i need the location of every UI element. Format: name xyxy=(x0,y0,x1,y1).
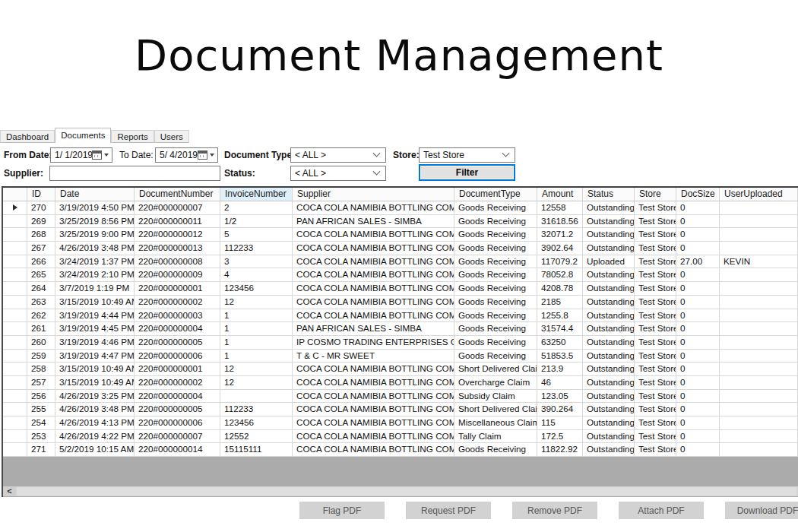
table-cell: 4/26/2019 3:25 PM xyxy=(55,390,135,403)
column-header-useruploaded[interactable]: UserUploaded xyxy=(720,188,798,201)
table-row[interactable]: 2583/15/2019 10:49 AM220#00000000112COCA… xyxy=(3,363,798,376)
table-cell: COCA COLA NAMIBIA BOTTLING COMPANY xyxy=(293,268,454,281)
table-row[interactable]: 2603/19/2019 4:46 PM220#0000000051IP COS… xyxy=(3,336,798,350)
table-row[interactable]: 2534/26/2019 4:22 PM220#00000000712552CO… xyxy=(3,430,798,444)
store-label: Store: xyxy=(393,150,420,160)
table-row[interactable]: 2703/19/2019 4:50 PM220#0000000072COCA C… xyxy=(3,201,798,215)
column-header-invoicenumber[interactable]: InvoiceNumber xyxy=(220,188,293,201)
table-cell: 264 xyxy=(27,282,55,295)
current-row-arrow-icon xyxy=(13,204,17,211)
table-cell: 3 xyxy=(220,255,293,268)
scrollbar-thumb[interactable] xyxy=(17,487,796,496)
table-cell: 46 xyxy=(537,376,583,389)
table-cell: 268 xyxy=(27,228,55,241)
table-row[interactable]: 2573/15/2019 10:49 AM220#00000000212COCA… xyxy=(3,376,798,390)
status-select[interactable]: < ALL > xyxy=(290,166,386,181)
table-cell: Outstanding xyxy=(583,376,635,389)
column-header-id[interactable]: ID xyxy=(27,188,55,201)
remove-pdf-button[interactable]: Remove PDF xyxy=(512,502,597,519)
table-cell: 220#000000011 xyxy=(135,215,220,228)
table-cell: 220#000000008 xyxy=(135,255,220,268)
table-cell: COCA COLA NAMIBIA BOTTLING COMPANY xyxy=(293,255,454,268)
table-cell: 3/25/2019 9:00 PM xyxy=(55,228,135,241)
table-cell: Goods Receiving xyxy=(454,282,537,295)
attach-pdf-button[interactable]: Attach PDF xyxy=(619,502,704,519)
column-header-documentnumber[interactable]: DocumentNumber xyxy=(135,188,220,201)
table-row[interactable]: 2674/26/2019 3:48 PM220#000000013112233C… xyxy=(3,242,798,255)
table-cell: 11822.92 xyxy=(537,443,583,456)
table-cell: 63250 xyxy=(537,336,583,349)
table-row[interactable]: 2715/2/2019 10:15 AM220#0000000141511511… xyxy=(3,443,798,457)
table-cell: Outstanding xyxy=(583,322,635,335)
calendar-dropdown-icon[interactable] xyxy=(92,150,112,160)
table-cell: Outstanding xyxy=(583,416,635,429)
table-row[interactable]: 2693/25/2019 8:56 PM220#0000000111/2PAN … xyxy=(3,215,798,229)
table-cell: 3/15/2019 10:49 AM xyxy=(55,363,135,375)
tab-dashboard[interactable]: Dashboard xyxy=(0,130,55,143)
supplier-input[interactable] xyxy=(49,166,220,181)
column-header-documenttype[interactable]: DocumentType xyxy=(454,188,537,201)
tab-documents[interactable]: Documents xyxy=(55,128,111,143)
table-row[interactable]: 2613/19/2019 4:45 PM220#0000000041PAN AF… xyxy=(3,322,798,336)
flag-pdf-button[interactable]: Flag PDF xyxy=(299,502,385,519)
table-row[interactable]: 2643/7/2019 1:19 PM220#000000001123456CO… xyxy=(3,282,798,296)
table-cell: Miscellaneous Claim xyxy=(454,416,537,429)
table-cell: Tally Claim xyxy=(454,430,537,443)
supplier-label: Supplier: xyxy=(4,168,43,179)
row-selector-cell xyxy=(3,363,27,375)
table-cell: 220#000000005 xyxy=(135,403,220,416)
table-row[interactable]: 2683/25/2019 9:00 PM220#0000000125COCA C… xyxy=(3,228,798,242)
grid-body: 2703/19/2019 4:50 PM220#0000000072COCA C… xyxy=(3,201,798,457)
document-type-select[interactable]: < ALL > xyxy=(290,147,386,163)
column-header-store[interactable]: Store xyxy=(635,188,676,201)
table-cell: Goods Receiving xyxy=(454,443,537,456)
from-date-label: From Date: xyxy=(4,150,52,160)
table-cell: Goods Receiving xyxy=(454,268,537,281)
table-cell: Outstanding xyxy=(583,403,635,416)
table-cell: 265 xyxy=(27,268,55,281)
column-header-docsize[interactable]: DocSize xyxy=(676,188,720,201)
table-row[interactable]: 2544/26/2019 4:13 PM220#000000006123456C… xyxy=(3,416,798,430)
filter-button[interactable]: Filter xyxy=(419,164,515,181)
tab-users[interactable]: Users xyxy=(154,130,189,143)
download-pdf-button[interactable]: Download PDF xyxy=(725,502,798,519)
table-cell xyxy=(720,201,798,214)
table-cell xyxy=(720,309,798,322)
calendar-dropdown-icon[interactable] xyxy=(198,150,217,160)
table-cell: COCA COLA NAMIBIA BOTTLING COMPANY xyxy=(293,430,454,443)
to-date-picker[interactable]: 5/ 4/2019 xyxy=(155,147,218,163)
table-row[interactable]: 2653/24/2019 2:10 PM220#0000000094COCA C… xyxy=(3,268,798,282)
row-selector-cell xyxy=(3,201,27,214)
table-row[interactable]: 2554/26/2019 3:48 PM220#000000005112233C… xyxy=(3,403,798,416)
row-selector-cell xyxy=(3,282,27,295)
table-cell: Test Store xyxy=(635,390,676,403)
table-cell: 3/24/2019 1:37 PM xyxy=(55,255,135,268)
table-cell xyxy=(720,336,798,349)
column-header-supplier[interactable]: Supplier xyxy=(293,188,454,201)
scroll-left-icon[interactable]: < xyxy=(3,486,16,496)
table-cell: 3/19/2019 4:45 PM xyxy=(55,322,135,335)
table-row[interactable]: 2564/26/2019 3:25 PM220#000000004COCA CO… xyxy=(3,390,798,404)
column-header-status[interactable]: Status xyxy=(583,188,635,201)
table-cell xyxy=(720,376,798,389)
store-select[interactable]: Test Store xyxy=(419,147,515,163)
row-selector-header[interactable] xyxy=(3,188,27,201)
tab-reports[interactable]: Reports xyxy=(111,130,154,143)
column-header-amount[interactable]: Amount xyxy=(537,188,583,201)
table-row[interactable]: 2623/19/2019 4:44 PM220#0000000031COCA C… xyxy=(3,309,798,323)
horizontal-scrollbar[interactable]: < xyxy=(3,486,798,497)
table-cell xyxy=(720,416,798,429)
row-selector-cell xyxy=(3,416,27,429)
table-cell xyxy=(720,350,798,363)
table-cell: Goods Receiving xyxy=(454,255,537,268)
row-selector-cell xyxy=(3,322,27,335)
table-cell: Goods Receiving xyxy=(454,296,537,309)
table-row[interactable]: 2633/15/2019 10:49 AM220#00000000212COCA… xyxy=(3,296,798,309)
column-header-date[interactable]: Date xyxy=(55,188,135,201)
table-row[interactable]: 2593/19/2019 4:47 PM220#0000000061T & C … xyxy=(3,350,798,363)
table-cell: IP COSMO TRADING ENTERPRISES CC xyxy=(293,336,454,349)
request-pdf-button[interactable]: Request PDF xyxy=(406,502,491,519)
table-row[interactable]: 2663/24/2019 1:37 PM220#0000000083COCA C… xyxy=(3,255,798,269)
table-cell: 220#000000002 xyxy=(135,296,220,309)
from-date-picker[interactable]: 1/ 1/2019 xyxy=(50,147,112,163)
